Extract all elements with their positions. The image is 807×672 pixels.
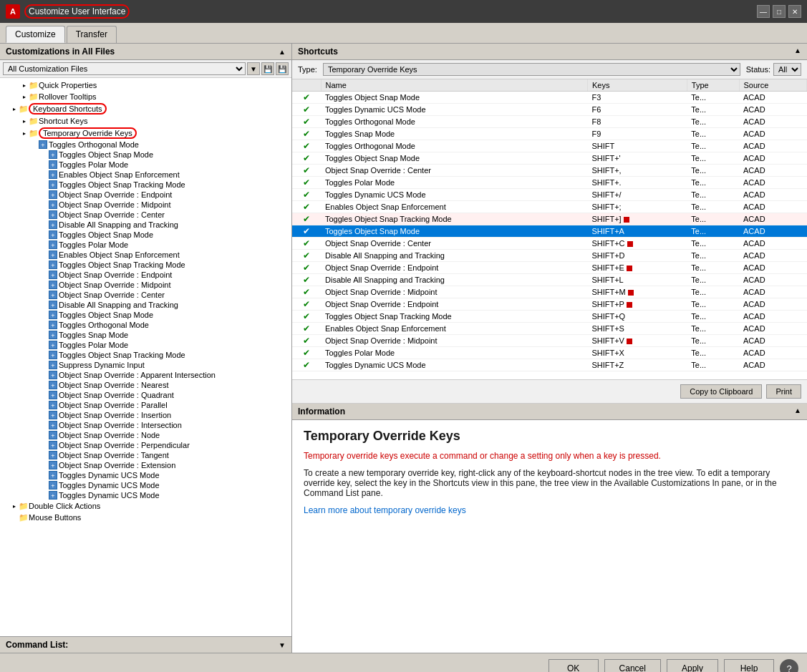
tree-item[interactable]: +Object Snap Override : Quadrant xyxy=(0,390,291,400)
table-row[interactable]: ✔Toggles Orthogonal ModeF8Te...ACAD xyxy=(292,116,807,128)
tree-item[interactable]: 📁Mouse Buttons xyxy=(0,512,291,523)
expand-icon[interactable] xyxy=(40,180,49,189)
table-row[interactable]: ✔Disable All Snapping and TrackingSHIFT+… xyxy=(292,274,807,286)
table-row[interactable]: ✔Enables Object Snap EnforcementSHIFT+ST… xyxy=(292,323,807,335)
tree-item[interactable]: +Enables Object Snap Enforcement xyxy=(0,250,291,260)
expand-icon[interactable] xyxy=(40,301,49,309)
copy-to-clipboard-button[interactable]: Copy to Clipboard xyxy=(680,384,762,399)
tree-item[interactable]: +Object Snap Override : Tangent xyxy=(0,450,291,460)
tree-item[interactable]: +Toggles Dynamic UCS Mode xyxy=(0,490,291,500)
tree-item[interactable]: +Object Snap Override : Midpoint xyxy=(0,200,291,210)
table-row[interactable]: ✔Toggles Dynamic UCS ModeF6Te...ACAD xyxy=(292,104,807,116)
apply-button[interactable]: Apply xyxy=(667,659,718,672)
help-icon-button[interactable]: ? xyxy=(780,659,798,672)
expand-icon[interactable]: ▸ xyxy=(10,104,19,113)
expand-icon[interactable] xyxy=(40,281,49,289)
file-save-button[interactable]: 💾 xyxy=(261,62,274,75)
ok-button[interactable]: OK xyxy=(549,659,599,672)
expand-icon[interactable] xyxy=(40,170,49,179)
tree-item[interactable]: +Object Snap Override : Apparent Interse… xyxy=(0,370,291,380)
expand-icon[interactable] xyxy=(40,391,49,399)
file-selector-dropdown[interactable]: All Customization Files xyxy=(3,62,246,75)
table-row[interactable]: ✔Toggles Polar ModeSHIFT+.Te...ACAD xyxy=(292,177,807,189)
expand-icon[interactable] xyxy=(40,481,49,490)
tree-item[interactable]: +Object Snap Override : Intersection xyxy=(0,420,291,430)
table-row[interactable]: ✔Toggles Object Snap ModeF3Te...ACAD xyxy=(292,92,807,104)
expand-icon[interactable]: ▸ xyxy=(20,92,29,101)
print-button[interactable]: Print xyxy=(766,384,801,399)
tree-item[interactable]: +Object Snap Override : Perpendicular xyxy=(0,440,291,450)
expand-icon[interactable] xyxy=(40,431,49,439)
cancel-button[interactable]: Cancel xyxy=(604,659,661,672)
expand-icon[interactable] xyxy=(40,311,49,319)
info-learn-more-link[interactable]: Learn more about temporary override keys xyxy=(304,505,466,515)
left-panel-collapse[interactable]: ▲ xyxy=(279,48,286,56)
expand-icon[interactable] xyxy=(40,491,49,500)
help-button[interactable]: Help xyxy=(724,659,774,672)
tree-item[interactable]: +Disable All Snapping and Tracking xyxy=(0,300,291,310)
tree-item[interactable]: ▸📁Double Click Actions xyxy=(0,500,291,512)
tree-item[interactable]: ▸📁Keyboard Shortcuts xyxy=(0,102,291,115)
tree-item[interactable]: +Toggles Object Snap Tracking Mode xyxy=(0,350,291,360)
expand-icon[interactable] xyxy=(40,160,49,169)
tree-item[interactable]: +Toggles Orthogonal Mode xyxy=(0,140,291,150)
table-row[interactable]: ✔Toggles Snap ModeF9Te...ACAD xyxy=(292,128,807,140)
tree-item[interactable]: +Toggles Object Snap Tracking Mode xyxy=(0,260,291,270)
tree-item[interactable]: +Toggles Object Snap Mode xyxy=(0,310,291,320)
table-row[interactable]: ✔Object Snap Override : CenterSHIFT+,Te.… xyxy=(292,165,807,177)
table-row[interactable]: ✔Toggles Polar ModeSHIFT+XTe...ACAD xyxy=(292,347,807,359)
expand-icon[interactable] xyxy=(40,291,49,299)
command-list-collapse[interactable]: ▼ xyxy=(279,641,286,649)
table-row[interactable]: ✔Object Snap Override : MidpointSHIFT+VT… xyxy=(292,335,807,347)
table-row[interactable]: ✔Toggles Object Snap Tracking ModeSHIFT+… xyxy=(292,311,807,323)
expand-icon[interactable] xyxy=(40,220,49,229)
tree-item[interactable]: +Object Snap Override : Endpoint xyxy=(0,270,291,280)
tab-customize[interactable]: Customize xyxy=(6,26,65,43)
expand-icon[interactable] xyxy=(40,371,49,379)
expand-icon[interactable] xyxy=(40,321,49,329)
expand-icon[interactable] xyxy=(40,200,49,209)
tree-item[interactable]: +Toggles Polar Mode xyxy=(0,340,291,350)
tree-item[interactable]: +Object Snap Override : Nearest xyxy=(0,380,291,390)
expand-icon[interactable] xyxy=(40,441,49,449)
expand-icon[interactable] xyxy=(40,250,49,259)
expand-icon[interactable] xyxy=(40,240,49,249)
maximize-button[interactable]: □ xyxy=(773,5,786,18)
expand-icon[interactable] xyxy=(40,421,49,429)
file-save-all-button[interactable]: 💾 xyxy=(276,62,289,75)
table-row[interactable]: ✔Toggles Dynamic UCS ModeSHIFT+/Te...ACA… xyxy=(292,189,807,201)
expand-icon[interactable]: ▸ xyxy=(20,129,29,137)
table-row[interactable]: ✔Toggles Dynamic UCS ModeSHIFT+ZTe...ACA… xyxy=(292,359,807,371)
tree-item[interactable]: ▸📁Rollover Tooltips xyxy=(0,91,291,102)
tree-item[interactable]: +Disable All Snapping and Tracking xyxy=(0,220,291,230)
tree-item[interactable]: +Toggles Orthogonal Mode xyxy=(0,320,291,330)
expand-icon[interactable] xyxy=(40,150,49,159)
expand-icon[interactable] xyxy=(40,271,49,279)
table-row[interactable]: ✔Disable All Snapping and TrackingSHIFT+… xyxy=(292,250,807,262)
table-row[interactable]: ✔Object Snap Override : EndpointSHIFT+PT… xyxy=(292,298,807,311)
expand-icon[interactable] xyxy=(40,331,49,339)
table-row[interactable]: ✔Toggles Object Snap Tracking ModeSHIFT+… xyxy=(292,213,807,225)
table-row[interactable]: ✔Object Snap Override : EndpointSHIFT+ET… xyxy=(292,262,807,274)
expand-icon[interactable] xyxy=(40,230,49,239)
expand-icon[interactable] xyxy=(10,513,19,522)
info-collapse[interactable]: ▲ xyxy=(794,406,801,417)
tree-item[interactable]: +Object Snap Override : Endpoint xyxy=(0,190,291,200)
table-row[interactable]: ✔Toggles Orthogonal ModeSHIFTTe...ACAD xyxy=(292,140,807,152)
expand-icon[interactable] xyxy=(40,361,49,369)
status-dropdown[interactable]: All xyxy=(773,63,801,76)
tree-item[interactable]: ▸📁Quick Properties xyxy=(0,79,291,91)
tree-item[interactable]: +Object Snap Override : Midpoint xyxy=(0,280,291,290)
table-row[interactable]: ✔Toggles Object Snap ModeSHIFT+ATe...ACA… xyxy=(292,225,807,238)
expand-icon[interactable] xyxy=(30,140,39,149)
expand-icon[interactable] xyxy=(40,341,49,349)
type-dropdown[interactable]: Temporary Override Keys xyxy=(323,63,740,76)
tree-item[interactable]: +Toggles Dynamic UCS Mode xyxy=(0,480,291,490)
table-row[interactable]: ✔Enables Object Snap EnforcementSHIFT+;T… xyxy=(292,201,807,213)
tree-item[interactable]: +Object Snap Override : Insertion xyxy=(0,410,291,420)
tree-item[interactable]: +Object Snap Override : Parallel xyxy=(0,400,291,410)
tree-item[interactable]: +Toggles Object Snap Mode xyxy=(0,150,291,160)
expand-icon[interactable] xyxy=(40,411,49,419)
expand-icon[interactable] xyxy=(40,451,49,459)
tree-item[interactable]: +Toggles Snap Mode xyxy=(0,330,291,340)
